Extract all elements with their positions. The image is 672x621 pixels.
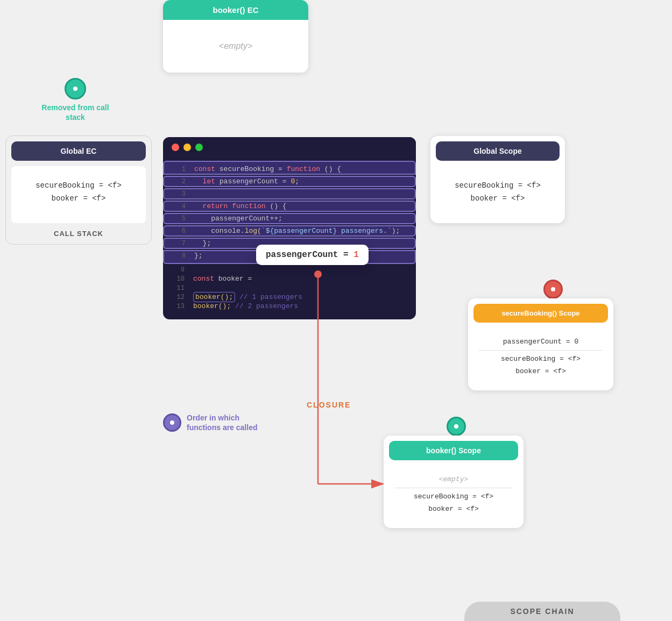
code-line-10: 10 const booker = — [163, 274, 416, 283]
removed-indicator: Removed from call stack — [40, 78, 110, 122]
booker-scope-indicator-dot — [447, 417, 466, 436]
sb-scope-line3: booker = <f> — [479, 367, 603, 375]
global-ec-line2: booker = <f> — [22, 194, 135, 203]
booker-scope-body: <empty> secureBooking = <f> booker = <f> — [384, 466, 524, 528]
global-scope-panel: Global Scope secureBooking = <f> booker … — [430, 136, 565, 223]
scope-chain-label: SCOPE CHAIN — [464, 602, 620, 621]
global-scope-header: Global Scope — [436, 141, 560, 161]
passenger-tooltip: passengerCount = 1 — [256, 245, 369, 265]
global-scope-body: secureBooking = <f> booker = <f> — [430, 166, 565, 223]
tooltip-value: 1 — [353, 250, 359, 260]
code-line-12: 12 booker(); // 1 passengers — [163, 292, 416, 302]
code-line-2: 2 let passengerCount = 0; — [163, 176, 416, 187]
booker-scope-line1: secureBooking = <f> — [394, 492, 513, 501]
booker-ec-body: <empty> — [163, 20, 308, 73]
code-panel: 1 const secureBooking = function () { 2 … — [163, 137, 416, 319]
global-ec-header: Global EC — [11, 141, 146, 161]
booker-ec-header: booker() EC — [163, 0, 308, 20]
order-indicator: Order in whichfunctions are called — [163, 413, 257, 432]
global-scope-line2: booker = <f> — [441, 194, 554, 203]
booker-scope-line2: booker = <f> — [394, 505, 513, 513]
booker-scope-panel: booker() Scope <empty> secureBooking = <… — [384, 436, 524, 528]
code-line-4: 4 return function () { — [163, 201, 416, 212]
code-line-6: 6 console.log(`${passengerCount} passeng… — [163, 225, 416, 237]
dot-red — [172, 144, 179, 151]
code-line-13: 13 booker(); // 2 passengers — [163, 302, 416, 311]
order-dot — [163, 413, 181, 432]
global-ec-line1: secureBooking = <f> — [22, 181, 135, 190]
global-ec-panel: Global EC secureBooking = <f> booker = <… — [5, 135, 152, 245]
order-text: Order in whichfunctions are called — [187, 413, 257, 432]
global-scope-line1: secureBooking = <f> — [441, 181, 554, 190]
booker-scope-header: booker() Scope — [389, 441, 518, 460]
sb-scope-line2: secureBooking = <f> — [479, 355, 603, 363]
booker-divider — [394, 488, 513, 488]
tooltip-text: passengerCount = — [266, 250, 353, 260]
sb-divider — [479, 350, 603, 351]
secure-booking-scope-header: secureBooking() Scope — [473, 304, 608, 323]
code-line-3: 3 — [163, 188, 416, 199]
code-line-5: 5 passengerCount++; — [163, 213, 416, 224]
secure-booking-scope: secureBooking() Scope passengerCount = 0… — [468, 298, 613, 390]
call-stack-label: CALL STACK — [6, 223, 151, 244]
secure-booking-indicator-dot — [543, 280, 563, 299]
closure-label: CLOSURE — [307, 401, 351, 409]
dot-green — [195, 144, 203, 151]
removed-text: Removed from call stack — [40, 103, 110, 122]
sb-scope-line1: passengerCount = 0 — [479, 338, 603, 346]
booker-scope-empty: <empty> — [394, 475, 513, 483]
booker-ec-box: booker() EC <empty> — [163, 0, 308, 73]
code-panel-header — [163, 137, 416, 158]
code-line-1: 1 const secureBooking = function () { — [163, 161, 416, 175]
secure-booking-scope-body: passengerCount = 0 secureBooking = <f> b… — [468, 328, 613, 390]
dot-yellow — [183, 144, 191, 151]
removed-icon — [65, 78, 86, 99]
global-ec-body: secureBooking = <f> booker = <f> — [11, 166, 146, 223]
code-line-11: 11 — [163, 283, 416, 292]
code-body: 1 const secureBooking = function () { 2 … — [163, 158, 416, 319]
code-line-9: 9 — [163, 265, 416, 274]
